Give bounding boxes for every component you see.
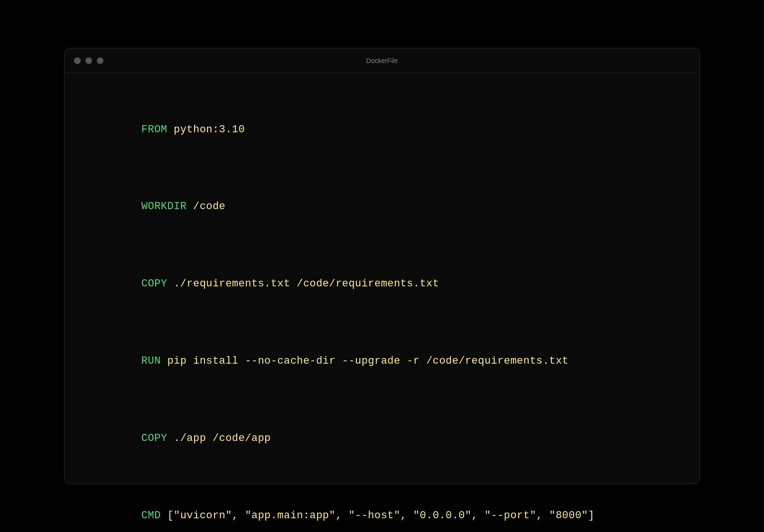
traffic-lights (74, 57, 103, 64)
value-from: python:3.10 (167, 124, 245, 136)
keyword-copy-2: COPY (141, 432, 168, 444)
editor-window: DockerFile FROM python:3.10 WORKDIR /cod… (64, 48, 700, 484)
maximize-button[interactable] (97, 57, 103, 64)
window-title: DockerFile (366, 57, 398, 64)
close-button[interactable] (74, 57, 81, 64)
keyword-from: FROM (141, 124, 168, 136)
title-bar: DockerFile (65, 48, 699, 73)
line-cmd: CMD ["uvicorn", "app.main:app", "--host"… (102, 487, 662, 532)
keyword-run: RUN (141, 355, 161, 367)
code-editor: FROM python:3.10 WORKDIR /code COPY ./re… (65, 73, 699, 532)
line-workdir: WORKDIR /code (102, 179, 662, 235)
value-workdir: /code (186, 201, 225, 212)
line-run: RUN pip install --no-cache-dir --upgrade… (102, 333, 662, 389)
value-copy-1: ./requirements.txt /code/requirements.tx… (167, 278, 439, 290)
value-run: pip install --no-cache-dir --upgrade -r … (161, 355, 568, 367)
minimize-button[interactable] (85, 57, 92, 64)
line-copy-2: COPY ./app /code/app (102, 410, 662, 467)
keyword-cmd: CMD (141, 510, 161, 522)
line-copy-1: COPY ./requirements.txt /code/requiremen… (102, 256, 662, 312)
value-copy-2: ./app /code/app (167, 432, 270, 444)
value-cmd: ["uvicorn", "app.main:app", "--host", "0… (161, 510, 595, 522)
line-from: FROM python:3.10 (102, 101, 662, 158)
keyword-copy-1: COPY (141, 278, 168, 290)
keyword-workdir: WORKDIR (141, 201, 187, 212)
